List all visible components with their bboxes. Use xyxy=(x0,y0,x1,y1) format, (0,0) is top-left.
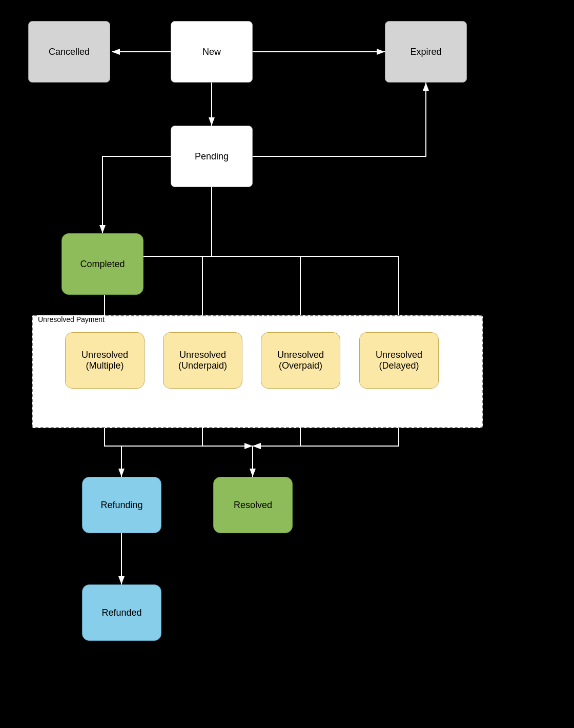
unresolved-overpaid-node[interactable]: Unresolved (Overpaid) xyxy=(261,332,340,389)
unresolved-delayed-node[interactable]: Unresolved (Delayed) xyxy=(359,332,439,389)
unresolved-overpaid-label: Unresolved (Overpaid) xyxy=(277,350,324,371)
unresolved-multiple-node[interactable]: Unresolved (Multiple) xyxy=(65,332,145,389)
diagram-canvas: Unresolved Payment Cancelled New Expired… xyxy=(0,0,574,728)
refunded-label: Refunded xyxy=(101,608,141,618)
refunding-node[interactable]: Refunding xyxy=(82,477,161,533)
resolved-label: Resolved xyxy=(234,500,272,511)
unresolved-multiple-label: Unresolved (Multiple) xyxy=(81,350,128,371)
unresolved-underpaid-label: Unresolved (Underpaid) xyxy=(178,350,227,371)
refunding-label: Refunding xyxy=(100,500,142,511)
cancelled-label: Cancelled xyxy=(49,47,90,57)
new-node[interactable]: New xyxy=(171,21,253,83)
cancelled-node[interactable]: Cancelled xyxy=(28,21,110,83)
completed-node[interactable]: Completed xyxy=(61,233,144,295)
group-label: Unresolved Payment xyxy=(37,315,106,323)
resolved-node[interactable]: Resolved xyxy=(213,477,293,533)
expired-label: Expired xyxy=(410,47,441,57)
pending-label: Pending xyxy=(195,151,229,162)
completed-label: Completed xyxy=(80,259,125,270)
refunded-node[interactable]: Refunded xyxy=(82,584,161,641)
expired-node[interactable]: Expired xyxy=(385,21,467,83)
unresolved-underpaid-node[interactable]: Unresolved (Underpaid) xyxy=(163,332,242,389)
unresolved-delayed-label: Unresolved (Delayed) xyxy=(376,350,422,371)
new-label: New xyxy=(202,47,221,57)
pending-node[interactable]: Pending xyxy=(171,126,253,187)
